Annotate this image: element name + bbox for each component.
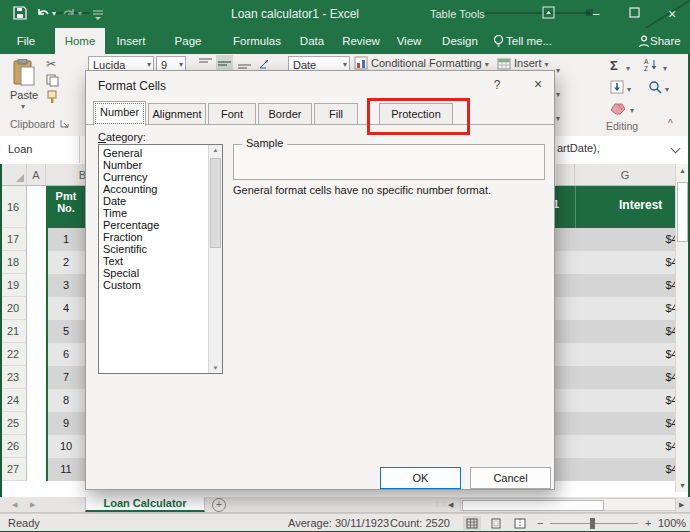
select-all-corner[interactable]	[0, 164, 27, 186]
tab-view[interactable]: View	[390, 28, 428, 54]
fill-caret[interactable]: ▾	[627, 85, 631, 94]
pmt-no-header-cell[interactable]: Pmt No.	[48, 186, 84, 228]
autosum-caret[interactable]: ▾	[626, 64, 630, 73]
category-item[interactable]: Text	[99, 255, 208, 267]
row-number[interactable]: 16	[0, 186, 27, 228]
sheet-nav-right-icon[interactable]: ▶	[30, 501, 35, 509]
category-item[interactable]: Special	[99, 267, 208, 279]
row-number[interactable]: 27	[0, 458, 27, 481]
column-header-a[interactable]: A	[27, 164, 46, 186]
paste-dropdown-caret[interactable]: ▾	[21, 102, 25, 111]
tab-home[interactable]: Home	[55, 28, 105, 54]
dialog-tab-number[interactable]: Number	[93, 101, 146, 126]
column-header-f-sliver[interactable]	[556, 164, 575, 186]
category-listbox[interactable]: General Number Currency Accounting Date …	[98, 144, 223, 374]
category-item[interactable]: Scientific	[99, 243, 208, 255]
zoom-out-button[interactable]: −	[537, 514, 543, 532]
category-item[interactable]: Percentage	[99, 219, 208, 231]
view-page-layout-icon[interactable]	[487, 516, 505, 530]
name-box[interactable]: Loan	[0, 136, 80, 163]
pmt-cell[interactable]: 1	[48, 228, 84, 251]
list-scroll-up-icon[interactable]: ▲	[209, 147, 222, 153]
pmt-cell[interactable]: 11	[48, 458, 84, 481]
vertical-scrollbar[interactable]: ▲ ▼	[675, 164, 688, 492]
list-scroll-thumb[interactable]	[210, 158, 221, 248]
vertical-scroll-thumb[interactable]	[677, 182, 688, 242]
category-list-scrollbar[interactable]: ▲ ▼	[208, 145, 222, 373]
sheet-tab-loan-calculator[interactable]: Loan Calculator	[85, 497, 205, 512]
minimize-button[interactable]: –	[588, 6, 604, 22]
category-item[interactable]: Time	[99, 207, 208, 219]
row-number[interactable]: 22	[0, 343, 27, 366]
column-header-g[interactable]: G	[575, 164, 675, 186]
interest-cell[interactable]: $43.7	[575, 389, 690, 412]
redo-dropdown-caret[interactable]: ▾	[78, 9, 82, 18]
interest-cell[interactable]: $44.9	[575, 297, 690, 320]
interest-cell[interactable]: $45.2	[575, 274, 690, 297]
sort-filter-caret[interactable]: ▾	[663, 64, 667, 73]
zoom-in-button[interactable]: +	[645, 514, 651, 532]
category-item[interactable]: Currency	[99, 171, 208, 183]
interest-cell[interactable]: $43.2	[575, 435, 690, 458]
interest-header-cell[interactable]: Interest	[619, 198, 666, 212]
category-item[interactable]: Accounting	[99, 183, 208, 195]
format-painter-icon[interactable]	[46, 90, 59, 105]
interest-cell[interactable]: $45.8	[575, 228, 690, 251]
undo-dropdown-caret[interactable]: ▾	[52, 9, 56, 18]
horizontal-scroll-thumb[interactable]	[462, 500, 604, 511]
cut-icon[interactable]: ✂	[46, 57, 56, 71]
share-label[interactable]: Share	[650, 28, 686, 54]
list-scroll-down-icon[interactable]: ▼	[209, 365, 222, 371]
fill-down-icon[interactable]	[610, 80, 624, 96]
ribbon-display-options-icon[interactable]	[540, 6, 556, 22]
find-caret[interactable]: ▾	[665, 85, 669, 94]
row-number[interactable]: 25	[0, 412, 27, 435]
formula-bar-fragment[interactable]: artDate),	[557, 142, 600, 154]
hscroll-right-icon[interactable]: ▶	[679, 501, 684, 509]
paste-button[interactable]: Paste	[8, 89, 40, 101]
interest-cell[interactable]: $44.3	[575, 343, 690, 366]
scrollbar-splitter-handle[interactable]: : :	[436, 499, 446, 508]
row-number[interactable]: 17	[0, 228, 27, 251]
dialog-tab-fill[interactable]: Fill	[314, 103, 358, 125]
customize-qat-icon[interactable]	[92, 8, 104, 22]
tab-design[interactable]: Design	[437, 28, 483, 54]
maximize-button[interactable]	[626, 6, 642, 22]
sheet-nav-left-icon[interactable]: ◀	[12, 501, 17, 509]
interest-cell[interactable]: $42.9	[575, 458, 690, 481]
new-sheet-button[interactable]: +	[212, 498, 226, 512]
clear-caret[interactable]: ▾	[630, 106, 634, 115]
undo-icon[interactable]	[36, 6, 50, 21]
insert-cells-button[interactable]: Insert ▾	[514, 57, 549, 69]
dialog-help-button[interactable]: ?	[488, 78, 506, 92]
zoom-slider-handle[interactable]	[590, 518, 595, 529]
row-number[interactable]: 18	[0, 251, 27, 274]
pmt-cell[interactable]: 10	[48, 435, 84, 458]
close-button[interactable]: ×	[664, 6, 680, 22]
dialog-tab-alignment[interactable]: Alignment	[148, 103, 206, 125]
pmt-cell[interactable]: 9	[48, 412, 84, 435]
formula-bar-expand-icon[interactable]	[671, 144, 681, 154]
ok-button[interactable]: OK	[380, 467, 461, 489]
tell-me-label[interactable]: Tell me...	[506, 28, 558, 54]
tell-me-lightbulb-icon[interactable]	[492, 34, 505, 50]
collapse-ribbon-icon[interactable]: ^	[668, 118, 673, 129]
hscroll-left-icon[interactable]: ◀	[448, 501, 453, 509]
copy-icon[interactable]	[46, 74, 59, 89]
tab-insert[interactable]: Insert	[110, 28, 152, 54]
pmt-cell[interactable]: 4	[48, 297, 84, 320]
row-number[interactable]: 20	[0, 297, 27, 320]
cells-group-caret[interactable]: ▾	[556, 114, 560, 123]
category-item[interactable]: Fraction	[99, 231, 208, 243]
horizontal-scrollbar[interactable]	[460, 498, 676, 511]
view-normal-icon[interactable]	[463, 516, 481, 530]
align-middle-icon[interactable]	[216, 55, 233, 71]
cancel-button[interactable]: Cancel	[470, 467, 551, 489]
cells-group-caret[interactable]: ▾	[556, 90, 560, 99]
pmt-cell[interactable]: 2	[48, 251, 84, 274]
find-icon[interactable]	[648, 80, 662, 96]
tab-review[interactable]: Review	[338, 28, 384, 54]
category-item[interactable]: Custom	[99, 279, 208, 291]
paste-icon[interactable]	[12, 59, 36, 89]
conditional-formatting-button[interactable]: Conditional Formatting ▾	[371, 57, 489, 69]
